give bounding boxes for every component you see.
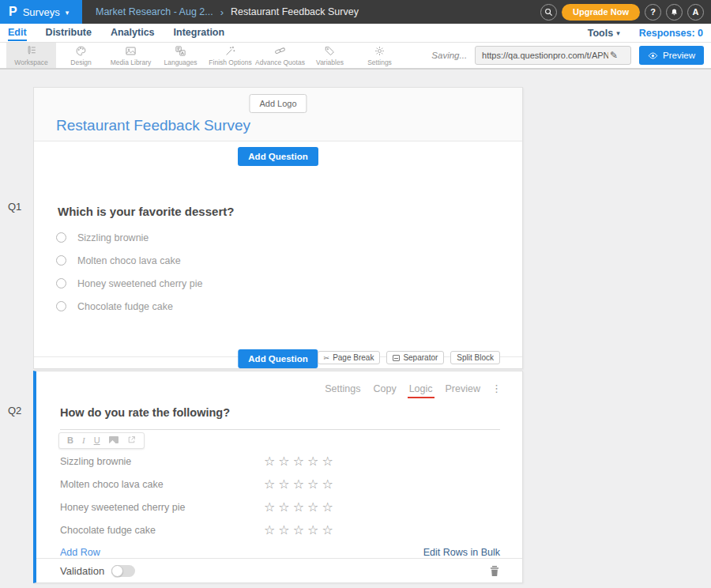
chevron-down-icon: ▾ — [616, 29, 620, 37]
star-rating[interactable]: ☆☆☆☆☆ — [264, 477, 337, 492]
external-link-button[interactable] — [127, 435, 136, 446]
toggle-knob — [111, 565, 123, 577]
question-preview-link[interactable]: Preview — [446, 383, 480, 394]
question-logic-link[interactable]: Logic — [409, 383, 433, 394]
tools-menu[interactable]: Tools▾ — [588, 28, 620, 39]
search-button[interactable] — [540, 4, 557, 21]
nav-tabs: Edit Distribute Analytics Integration — [8, 24, 224, 41]
ribbon-finish-options[interactable]: Finish Options — [205, 43, 255, 68]
survey-url-input[interactable] — [482, 51, 608, 60]
ribbon-workspace[interactable]: Workspace — [6, 43, 56, 68]
add-logo-button[interactable]: Add Logo — [249, 94, 307, 113]
breadcrumb-folder[interactable]: Market Research - Aug 2... — [96, 6, 213, 17]
ribbon-settings[interactable]: Settings — [355, 43, 404, 68]
question-2-text-field[interactable]: How do you rate the following? — [60, 406, 500, 430]
italic-button[interactable]: I — [82, 436, 85, 445]
notifications-button[interactable] — [666, 4, 683, 21]
option-row: Honey sweetened cherry pie — [56, 278, 522, 288]
radio-button[interactable] — [56, 255, 66, 266]
scissors-icon: ✂ — [324, 354, 330, 362]
option-label[interactable]: Honey sweetened cherry pie — [77, 278, 202, 289]
search-icon — [544, 8, 553, 17]
validation-toggle[interactable] — [111, 565, 135, 577]
question-copy-link[interactable]: Copy — [373, 383, 396, 394]
languages-translate-icon — [175, 45, 186, 57]
star-rating[interactable]: ☆☆☆☆☆ — [264, 454, 337, 469]
survey-header-block: Add Logo Restaurant Feedback Survey Add … — [33, 87, 523, 369]
add-row-link[interactable]: Add Row — [60, 547, 100, 558]
option-row: Sizzling brownie — [56, 232, 522, 243]
insert-buttons: ✂Page Break Separator Split Block — [318, 351, 500, 364]
survey-title[interactable]: Restaurant Feedback Survey — [56, 117, 250, 134]
radio-button[interactable] — [56, 301, 66, 311]
option-label[interactable]: Molten choco lava cake — [77, 255, 181, 266]
question-settings-link[interactable]: Settings — [325, 383, 360, 394]
avatar-letter: A — [693, 7, 699, 17]
tab-edit[interactable]: Edit — [8, 24, 27, 41]
saving-status: Saving... — [431, 51, 467, 60]
add-question-button[interactable]: Add Question — [238, 147, 318, 166]
underline-button[interactable]: U — [94, 436, 100, 445]
kebab-menu-icon[interactable]: ⋮ — [491, 383, 502, 394]
rating-row-label[interactable]: Honey sweetened cherry pie — [60, 502, 264, 513]
question-footer: Validation — [36, 558, 522, 582]
edit-url-pencil-icon[interactable]: ✎ — [610, 50, 618, 61]
editor-ribbon: Workspace Design Media Library Languages… — [0, 43, 711, 70]
image-icon — [109, 436, 118, 443]
question-1-text[interactable]: Which is your favorite dessert? — [58, 205, 522, 218]
ribbon-label: Finish Options — [209, 58, 251, 66]
question-1-options: Sizzling brownie Molten choco lava cake … — [56, 232, 522, 324]
option-label[interactable]: Sizzling brownie — [77, 232, 149, 243]
tag-icon — [324, 45, 336, 57]
insert-image-button[interactable] — [109, 436, 118, 445]
responses-count[interactable]: Responses: 0 — [639, 28, 703, 39]
ribbon-variables[interactable]: Variables — [305, 43, 355, 68]
account-avatar[interactable]: A — [687, 4, 704, 21]
rating-row-label[interactable]: Sizzling brownie — [60, 456, 264, 467]
media-image-icon — [125, 45, 137, 57]
top-bar: P Surveys ▾ Market Research - Aug 2... ›… — [0, 0, 711, 24]
bell-icon — [670, 8, 679, 17]
question-2-number: Q2 — [8, 405, 21, 416]
bold-button[interactable]: B — [67, 436, 73, 445]
rating-row-label[interactable]: Molten choco lava cake — [60, 479, 264, 490]
rating-row-label[interactable]: Chocolate fudge cake — [60, 525, 264, 536]
surveys-menu[interactable]: P Surveys ▾ — [0, 0, 82, 24]
page-break-button[interactable]: ✂Page Break — [318, 351, 381, 364]
add-question-button[interactable]: Add Question — [238, 349, 318, 368]
product-label: Surveys — [23, 6, 60, 18]
rating-row: Sizzling brownie ☆☆☆☆☆ — [36, 450, 522, 473]
survey-url-box: ✎ — [475, 46, 631, 65]
magic-wand-icon — [224, 45, 236, 57]
preview-button[interactable]: Preview — [639, 46, 704, 65]
edit-rows-in-bulk-link[interactable]: Edit Rows in Bulk — [423, 547, 500, 558]
tab-integration[interactable]: Integration — [174, 24, 225, 41]
question-1-number: Q1 — [8, 201, 21, 213]
rating-rows: Sizzling brownie ☆☆☆☆☆ Molten choco lava… — [36, 450, 522, 541]
star-rating[interactable]: ☆☆☆☆☆ — [264, 499, 337, 514]
radio-button[interactable] — [56, 232, 66, 243]
help-button[interactable]: ? — [645, 4, 661, 21]
tab-distribute[interactable]: Distribute — [46, 24, 92, 41]
upgrade-now-button[interactable]: Upgrade Now — [562, 4, 640, 21]
star-rating[interactable]: ☆☆☆☆☆ — [264, 522, 337, 537]
delete-question-button[interactable] — [489, 565, 500, 577]
radio-button[interactable] — [56, 278, 66, 288]
separator-button[interactable]: Separator — [386, 351, 444, 364]
ribbon-label: Languages — [164, 58, 197, 66]
ribbon-label: Workspace — [14, 58, 47, 66]
question-2-text[interactable]: How do you rate the following? — [60, 406, 500, 419]
preview-label: Preview — [663, 51, 695, 60]
split-block-button[interactable]: Split Block — [450, 351, 500, 364]
option-label[interactable]: Chocolate fudge cake — [77, 301, 173, 312]
ribbon-languages[interactable]: Languages — [156, 43, 205, 68]
add-question-row-bottom: Add Question ✂Page Break Separator Split… — [34, 342, 522, 368]
ribbon-media-library[interactable]: Media Library — [106, 43, 156, 68]
questionpro-logo-icon: P — [9, 6, 17, 19]
breadcrumb-survey-name: Restaurant Feedback Survey — [231, 6, 359, 17]
tab-analytics[interactable]: Analytics — [111, 24, 155, 41]
ribbon-advance-quotas[interactable]: Advance Quotas — [255, 43, 305, 68]
breadcrumb-separator: › — [220, 6, 224, 18]
ribbon-design[interactable]: Design — [56, 43, 106, 68]
question-mark-icon: ? — [650, 7, 656, 17]
